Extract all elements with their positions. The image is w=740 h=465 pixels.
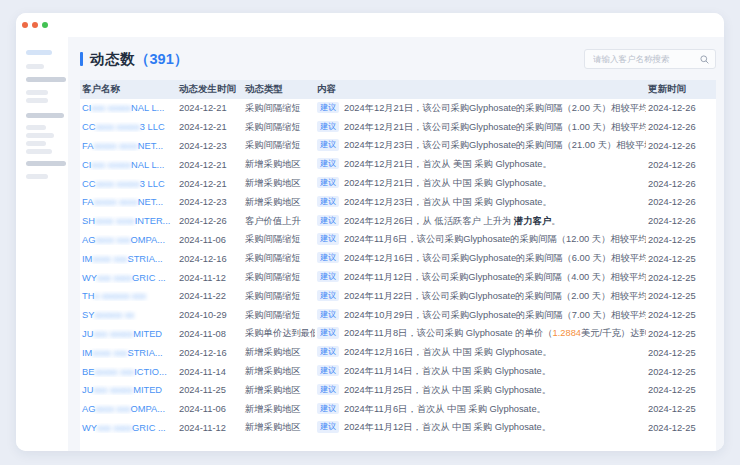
event-type-cell: 新增采购地区 bbox=[243, 158, 315, 171]
table-body: CIxxx xxxxxNAL L... 2024-12-21 采购间隔缩短 建议… bbox=[80, 99, 716, 451]
window-control-dot-1[interactable] bbox=[22, 22, 28, 28]
table-row[interactable]: AGxxxx xxxOMPA... 2024-11-06 采购间隔缩短 建议20… bbox=[80, 231, 716, 250]
sidebar-item-masked[interactable] bbox=[26, 141, 46, 146]
table-row[interactable]: BExxxxx xxxICTIO... 2024-11-14 新增采购地区 建议… bbox=[80, 362, 716, 381]
content-text: 2024年11月14日，首次从 中国 采购 Glyphosate。 bbox=[344, 366, 551, 376]
customer-name-masked: xxxx xxx bbox=[92, 254, 127, 264]
event-type-cell: 新增采购地区 bbox=[243, 403, 315, 416]
col-header-customer-name: 客户名称 bbox=[80, 83, 177, 96]
customer-search-box[interactable] bbox=[584, 49, 716, 69]
customer-name-link[interactable]: CIxxx xxxxxNAL L... bbox=[80, 103, 177, 113]
window-control-dot-2[interactable] bbox=[32, 22, 38, 28]
event-type-cell: 采购单价达到最低值 bbox=[243, 327, 315, 340]
customer-name-prefix: SH bbox=[82, 216, 95, 226]
sidebar-item-masked[interactable] bbox=[26, 133, 54, 138]
table-row[interactable]: JUxxx xxxxxMITED 2024-11-08 采购单价达到最低值 建议… bbox=[80, 325, 716, 344]
window-control-dot-3[interactable] bbox=[42, 22, 48, 28]
update-date-cell: 2024-12-25 bbox=[646, 254, 716, 264]
table-row[interactable]: CCxxxx xxxxx3 LLC 2024-12-21 新增采购地区 建议20… bbox=[80, 174, 716, 193]
customer-name-prefix: IM bbox=[82, 254, 92, 264]
customer-name-link[interactable]: FAxxxxx xxxxNET... bbox=[80, 197, 177, 207]
customer-name-link[interactable]: SHxxxx xxxxINTER... bbox=[80, 216, 177, 226]
customer-name-link[interactable]: JUxxx xxxxxMITED bbox=[80, 329, 177, 339]
customer-name-prefix: WY bbox=[82, 273, 97, 283]
suggestion-badge: 建议 bbox=[317, 252, 339, 263]
customer-name-masked: xxx xxxxx bbox=[91, 160, 131, 170]
table-row[interactable]: FAxxxxx xxxxNET... 2024-12-23 新增采购地区 建议2… bbox=[80, 193, 716, 212]
content-cell: 建议2024年11月25日，首次从 中国 采购 Glyphosate。 bbox=[315, 384, 646, 397]
content-text: 2024年12月21日，首次从 中国 采购 Glyphosate。 bbox=[344, 178, 552, 188]
customer-name-link[interactable]: CIxxx xxxxxNAL L... bbox=[80, 160, 177, 170]
customer-name-suffix: OMPA... bbox=[131, 404, 165, 414]
table-row[interactable]: WYxxx xxxxGRIC ... 2024-11-12 新增采购地区 建议2… bbox=[80, 419, 716, 438]
col-header-event-time: 动态发生时间 bbox=[177, 83, 243, 96]
customer-name-link[interactable]: WYxxx xxxxGRIC ... bbox=[80, 423, 177, 433]
event-type-cell: 采购间隔缩短 bbox=[243, 102, 315, 115]
customer-name-masked: xxxxx xxxx bbox=[93, 141, 137, 151]
customer-name-masked: xxx xxxx bbox=[97, 273, 132, 283]
customer-name-link[interactable]: CCxxxx xxxxx3 LLC bbox=[80, 179, 177, 189]
sidebar-item-masked[interactable] bbox=[26, 77, 66, 82]
sidebar-item-masked[interactable] bbox=[26, 98, 48, 103]
customer-name-suffix: STRIA... bbox=[127, 348, 162, 358]
customer-name-link[interactable]: BExxxxx xxxICTIO... bbox=[80, 367, 177, 377]
table-row[interactable]: CIxxx xxxxxNAL L... 2024-12-21 新增采购地区 建议… bbox=[80, 155, 716, 174]
sidebar-item-masked[interactable] bbox=[26, 161, 66, 166]
table-row[interactable]: FAxxxxx xxxxNET... 2024-12-23 采购间隔缩短 建议2… bbox=[80, 137, 716, 156]
customer-name-link[interactable]: THx xxxxxx xxx bbox=[80, 291, 177, 301]
table-row[interactable]: CCxxxx xxxxx3 LLC 2024-12-21 采购间隔缩短 建议20… bbox=[80, 118, 716, 137]
suggestion-badge: 建议 bbox=[317, 215, 339, 226]
table-row[interactable]: THx xxxxxx xxx 2024-11-22 采购间隔缩短 建议2024年… bbox=[80, 287, 716, 306]
suggestion-badge: 建议 bbox=[317, 102, 339, 113]
table-row[interactable]: SHxxxx xxxxINTER... 2024-12-26 客户价值上升 建议… bbox=[80, 212, 716, 231]
customer-name-link[interactable]: FAxxxxx xxxxNET... bbox=[80, 141, 177, 151]
customer-name-link[interactable]: AGxxxx xxxOMPA... bbox=[80, 235, 177, 245]
sidebar-item-masked[interactable] bbox=[26, 64, 44, 69]
sidebar-item-masked[interactable] bbox=[26, 113, 64, 118]
customer-name-suffix: ICTIO... bbox=[134, 367, 167, 377]
suggestion-badge: 建议 bbox=[317, 139, 339, 150]
customer-name-suffix: MITED bbox=[133, 385, 162, 395]
sidebar-item-masked[interactable] bbox=[26, 125, 46, 130]
update-date-cell: 2024-12-26 bbox=[646, 197, 716, 207]
col-header-event-type: 动态类型 bbox=[243, 83, 315, 96]
customer-name-link[interactable]: WYxxx xxxxGRIC ... bbox=[80, 273, 177, 283]
table-row[interactable]: AGxxxx xxxOMPA... 2024-11-06 新增采购地区 建议20… bbox=[80, 400, 716, 419]
customer-name-link[interactable]: JUxxx xxxxxMITED bbox=[80, 385, 177, 395]
table-row[interactable]: CIxxx xxxxxNAL L... 2024-12-21 采购间隔缩短 建议… bbox=[80, 99, 716, 118]
sidebar-item-masked[interactable] bbox=[26, 90, 48, 95]
update-date-cell: 2024-12-25 bbox=[646, 404, 716, 414]
update-date-cell: 2024-12-25 bbox=[646, 291, 716, 301]
customer-name-link[interactable]: IMxxxx xxxSTRIA... bbox=[80, 348, 177, 358]
content-text: 2024年12月16日，该公司采购Glyphosate的采购间隔（6.00 天）… bbox=[344, 253, 646, 263]
table-row[interactable]: WYxxx xxxxGRIC ... 2024-11-12 采购间隔缩短 建议2… bbox=[80, 268, 716, 287]
customer-name-prefix: CI bbox=[82, 160, 91, 170]
customer-name-suffix: NET... bbox=[138, 197, 163, 207]
table-row[interactable]: SYxxxxxx xx 2024-10-29 采购间隔缩短 建议2024年10月… bbox=[80, 306, 716, 325]
customer-name-masked: xxxxxx xx bbox=[94, 310, 134, 320]
customer-name-suffix: 3 LLC bbox=[140, 179, 165, 189]
content-text: 2024年11月22日，该公司采购Glyphosate的采购间隔（2.00 天）… bbox=[344, 291, 646, 301]
content-cell: 建议2024年11月12日，首次从 中国 采购 Glyphosate。 bbox=[315, 421, 646, 434]
content-text: 2024年11月12日，该公司采购Glyphosate的采购间隔（4.00 天）… bbox=[344, 272, 646, 282]
search-input[interactable] bbox=[591, 53, 700, 65]
sidebar-item-masked[interactable] bbox=[26, 50, 52, 55]
customer-name-masked: xxx xxxxx bbox=[93, 385, 133, 395]
event-date-cell: 2024-11-25 bbox=[177, 385, 243, 395]
suggestion-badge: 建议 bbox=[317, 384, 339, 395]
search-icon[interactable] bbox=[700, 55, 709, 64]
content-text: 2024年12月23日，该公司采购Glyphosate的采购间隔（21.00 天… bbox=[344, 140, 646, 150]
table-row[interactable]: IMxxxx xxxSTRIA... 2024-12-16 新增采购地区 建议2… bbox=[80, 343, 716, 362]
table-row[interactable]: IMxxxx xxxSTRIA... 2024-12-16 采购间隔缩短 建议2… bbox=[80, 249, 716, 268]
content-cell: 建议2024年12月16日，该公司采购Glyphosate的采购间隔（6.00 … bbox=[315, 252, 646, 265]
customer-name-link[interactable]: SYxxxxxx xx bbox=[80, 310, 177, 320]
customer-name-prefix: FA bbox=[82, 141, 93, 151]
customer-name-link[interactable]: AGxxxx xxxOMPA... bbox=[80, 404, 177, 414]
content-cell: 建议2024年11月8日，该公司采购 Glyphosate 的单价（1.2884… bbox=[315, 327, 646, 340]
table-row[interactable]: JUxxx xxxxxMITED 2024-11-25 新增采购地区 建议202… bbox=[80, 381, 716, 400]
customer-name-link[interactable]: CCxxxx xxxxx3 LLC bbox=[80, 122, 177, 132]
customer-name-link[interactable]: IMxxxx xxxSTRIA... bbox=[80, 254, 177, 264]
sidebar-item-masked[interactable] bbox=[26, 174, 48, 179]
customer-name-suffix: NET... bbox=[138, 141, 163, 151]
sidebar-item-masked[interactable] bbox=[26, 149, 52, 154]
